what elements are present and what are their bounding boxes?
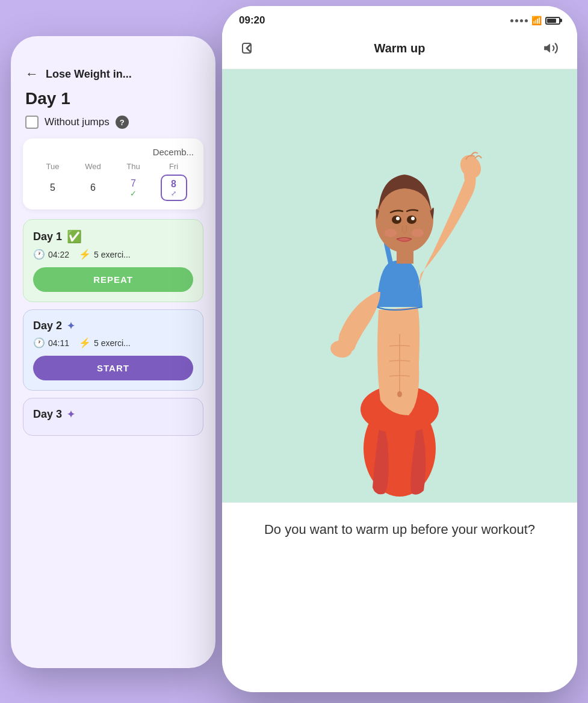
back-arrow-icon[interactable]: ← (25, 66, 39, 82)
day2-card-title: Day 2 (33, 320, 62, 332)
day2-time-stat: 🕐 04:11 (33, 337, 69, 348)
repeat-button[interactable]: REPEAT (33, 267, 193, 292)
fitness-figure (291, 75, 508, 497)
day1-exercise-stat: ⚡ 5 exerci... (79, 249, 131, 260)
day1-check-icon: ✅ (67, 229, 82, 244)
calendar-month: Decemb... (32, 147, 194, 157)
calendar-days-header: Tue Wed Thu Fri (32, 162, 194, 171)
without-jumps-label: Without jumps (45, 116, 110, 128)
day2-stats: 🕐 04:11 ⚡ 5 exerci... (33, 337, 193, 348)
warmup-card: Do you want to warm up before your worko… (222, 503, 577, 557)
status-time: 09:20 (239, 14, 265, 26)
help-icon[interactable]: ? (116, 116, 129, 129)
svg-point-12 (385, 229, 397, 237)
cal-day-6[interactable]: 6 (80, 175, 107, 201)
phone-front: 09:20 📶 (222, 6, 577, 692)
day3-card: Day 3 ✦ (23, 398, 203, 436)
svg-point-4 (397, 391, 402, 397)
app-header: Warm up (222, 31, 577, 69)
calendar-days: 5 6 7 ✓ 8 ⤢ (32, 175, 194, 201)
checkmark-icon: ✓ (130, 189, 137, 198)
bolt-icon-green: ⚡ (79, 249, 91, 260)
without-jumps-row: Without jumps ? (23, 116, 203, 129)
day1-card-header: Day 1 ✅ (33, 229, 193, 244)
start-button[interactable]: START (33, 356, 193, 380)
bolt-icon-purple: ⚡ (79, 337, 91, 348)
battery-fill (547, 19, 556, 23)
day3-card-title: Day 3 (33, 408, 62, 421)
day1-exercises: 5 exerci... (94, 250, 131, 259)
status-icons: 📶 (510, 16, 560, 25)
day2-time: 04:11 (48, 338, 69, 348)
day1-card-title: Day 1 (33, 231, 62, 243)
day3-card-header: Day 3 ✦ (33, 408, 193, 421)
cal-day-7[interactable]: 7 ✓ (120, 175, 147, 201)
signal-dot-1 (510, 19, 513, 22)
day1-time: 04:22 (48, 250, 69, 259)
svg-rect-14 (397, 249, 413, 264)
day3-dumbbell-icon: ✦ (67, 409, 75, 420)
day2-card: Day 2 ✦ 🕐 04:11 ⚡ 5 exerci... START (23, 309, 203, 391)
clock-icon-purple: 🕐 (33, 337, 45, 348)
signal-dot-3 (520, 19, 523, 22)
day2-dumbbell-icon: ✦ (67, 320, 75, 332)
day1-time-stat: 🕐 04:22 (33, 249, 69, 260)
resize-icon: ⤢ (171, 190, 176, 197)
day2-card-header: Day 2 ✦ (33, 320, 193, 332)
calendar-card: Decemb... Tue Wed Thu Fri 5 6 7 (23, 138, 203, 209)
cal-day-8[interactable]: 8 ⤢ (161, 175, 187, 201)
header-title: Warm up (374, 42, 426, 55)
signal-dot-2 (515, 19, 518, 22)
wifi-icon: 📶 (531, 16, 542, 25)
signal-dot-4 (525, 19, 528, 22)
day1-stats: 🕐 04:22 ⚡ 5 exerci... (33, 249, 193, 260)
sound-button[interactable] (539, 36, 563, 60)
cal-day-5[interactable]: 5 (40, 175, 66, 201)
phone-front-inner: 09:20 📶 (222, 6, 577, 692)
exercise-area (222, 69, 577, 503)
svg-marker-1 (544, 43, 550, 52)
warmup-question: Do you want to warm up before your worko… (239, 521, 560, 539)
day-heading: Day 1 (23, 89, 203, 108)
cal-day-name-fri: Fri (161, 162, 187, 171)
svg-point-13 (412, 229, 424, 237)
cal-day-name-wed: Wed (80, 162, 107, 171)
day2-exercises: 5 exerci... (94, 338, 131, 348)
phones-wrapper: ← Lose Weight in... Day 1 Without jumps … (0, 0, 588, 703)
cal-day-name-tue: Tue (40, 162, 66, 171)
clock-icon-green: 🕐 (33, 249, 45, 260)
svg-point-10 (396, 217, 400, 220)
signal-dots (510, 19, 528, 22)
front-notch (348, 6, 451, 25)
back-phone-header: ← Lose Weight in... (23, 66, 203, 82)
phone-back: ← Lose Weight in... Day 1 Without jumps … (11, 36, 215, 668)
day2-exercise-stat: ⚡ 5 exerci... (79, 337, 131, 348)
battery-icon (545, 17, 560, 25)
day1-card: Day 1 ✅ 🕐 04:22 ⚡ 5 exerci... REPEAT (23, 219, 203, 302)
cal-day-name-thu: Thu (120, 162, 147, 171)
header-back-button[interactable] (237, 36, 261, 60)
back-phone-title: Lose Weight in... (46, 68, 132, 81)
svg-point-11 (411, 217, 415, 220)
without-jumps-checkbox[interactable] (25, 116, 39, 129)
